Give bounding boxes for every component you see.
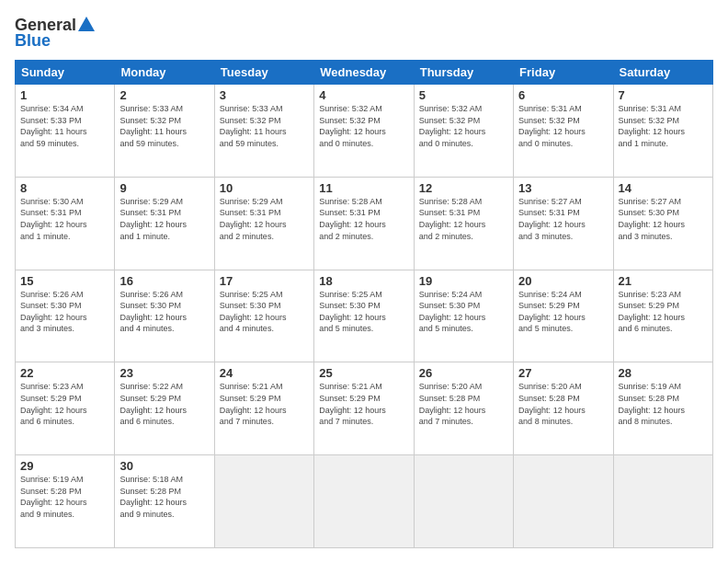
empty-cell <box>414 455 513 548</box>
calendar-week-3: 15Sunrise: 5:26 AMSunset: 5:30 PMDayligh… <box>16 270 713 362</box>
col-header-wednesday: Wednesday <box>314 61 414 85</box>
day-number: 11 <box>319 181 408 195</box>
calendar-day-17: 17Sunrise: 5:25 AMSunset: 5:30 PMDayligh… <box>214 270 313 362</box>
day-info: Sunrise: 5:28 AMSunset: 5:31 PMDaylight:… <box>319 196 408 242</box>
logo: General Blue <box>15 15 97 51</box>
calendar-week-1: 1Sunrise: 5:34 AMSunset: 5:33 PMDaylight… <box>16 85 713 178</box>
empty-cell <box>613 455 712 548</box>
calendar-day-27: 27Sunrise: 5:20 AMSunset: 5:28 PMDayligh… <box>514 362 613 455</box>
calendar-day-4: 4Sunrise: 5:32 AMSunset: 5:32 PMDaylight… <box>314 85 414 178</box>
day-info: Sunrise: 5:29 AMSunset: 5:31 PMDaylight:… <box>119 196 209 242</box>
day-number: 14 <box>619 181 708 195</box>
day-number: 7 <box>619 88 708 102</box>
day-number: 27 <box>518 366 608 380</box>
calendar-week-5: 29Sunrise: 5:19 AMSunset: 5:28 PMDayligh… <box>16 455 713 548</box>
col-header-saturday: Saturday <box>613 61 712 85</box>
day-number: 4 <box>319 88 408 102</box>
calendar-day-19: 19Sunrise: 5:24 AMSunset: 5:30 PMDayligh… <box>414 270 513 362</box>
day-number: 22 <box>20 366 109 380</box>
day-info: Sunrise: 5:32 AMSunset: 5:32 PMDaylight:… <box>419 103 508 149</box>
day-info: Sunrise: 5:23 AMSunset: 5:29 PMDaylight:… <box>20 381 109 427</box>
day-info: Sunrise: 5:26 AMSunset: 5:30 PMDaylight:… <box>20 289 109 335</box>
empty-cell <box>514 455 613 548</box>
calendar-day-11: 11Sunrise: 5:28 AMSunset: 5:31 PMDayligh… <box>314 177 414 270</box>
day-number: 24 <box>220 366 309 380</box>
calendar-day-16: 16Sunrise: 5:26 AMSunset: 5:30 PMDayligh… <box>115 270 214 362</box>
day-info: Sunrise: 5:25 AMSunset: 5:30 PMDaylight:… <box>220 289 309 335</box>
calendar-day-14: 14Sunrise: 5:27 AMSunset: 5:30 PMDayligh… <box>613 177 712 270</box>
calendar-day-18: 18Sunrise: 5:25 AMSunset: 5:30 PMDayligh… <box>314 270 414 362</box>
calendar-day-5: 5Sunrise: 5:32 AMSunset: 5:32 PMDaylight… <box>414 85 513 178</box>
day-number: 3 <box>220 88 309 102</box>
calendar-week-2: 8Sunrise: 5:30 AMSunset: 5:31 PMDaylight… <box>16 177 713 270</box>
empty-cell <box>214 455 313 548</box>
calendar-day-12: 12Sunrise: 5:28 AMSunset: 5:31 PMDayligh… <box>414 177 513 270</box>
day-number: 16 <box>119 274 209 288</box>
day-number: 18 <box>319 274 408 288</box>
col-header-thursday: Thursday <box>414 61 513 85</box>
day-number: 29 <box>20 459 109 473</box>
col-header-sunday: Sunday <box>16 61 115 85</box>
calendar-day-13: 13Sunrise: 5:27 AMSunset: 5:31 PMDayligh… <box>514 177 613 270</box>
day-info: Sunrise: 5:25 AMSunset: 5:30 PMDaylight:… <box>319 289 408 335</box>
calendar-day-20: 20Sunrise: 5:24 AMSunset: 5:29 PMDayligh… <box>514 270 613 362</box>
calendar-day-29: 29Sunrise: 5:19 AMSunset: 5:28 PMDayligh… <box>16 455 115 548</box>
calendar-day-28: 28Sunrise: 5:19 AMSunset: 5:28 PMDayligh… <box>613 362 712 455</box>
calendar-day-21: 21Sunrise: 5:23 AMSunset: 5:29 PMDayligh… <box>613 270 712 362</box>
calendar-day-9: 9Sunrise: 5:29 AMSunset: 5:31 PMDaylight… <box>115 177 214 270</box>
day-info: Sunrise: 5:29 AMSunset: 5:31 PMDaylight:… <box>220 196 309 242</box>
day-number: 28 <box>619 366 708 380</box>
calendar-day-22: 22Sunrise: 5:23 AMSunset: 5:29 PMDayligh… <box>16 362 115 455</box>
calendar-week-4: 22Sunrise: 5:23 AMSunset: 5:29 PMDayligh… <box>16 362 713 455</box>
day-number: 21 <box>619 274 708 288</box>
day-info: Sunrise: 5:33 AMSunset: 5:32 PMDaylight:… <box>220 103 309 149</box>
day-number: 30 <box>119 459 209 473</box>
calendar-day-6: 6Sunrise: 5:31 AMSunset: 5:32 PMDaylight… <box>514 85 613 178</box>
day-number: 25 <box>319 366 408 380</box>
day-info: Sunrise: 5:19 AMSunset: 5:28 PMDaylight:… <box>20 474 109 520</box>
day-info: Sunrise: 5:19 AMSunset: 5:28 PMDaylight:… <box>619 381 708 427</box>
calendar-day-23: 23Sunrise: 5:22 AMSunset: 5:29 PMDayligh… <box>115 362 214 455</box>
day-number: 15 <box>20 274 109 288</box>
day-info: Sunrise: 5:32 AMSunset: 5:32 PMDaylight:… <box>319 103 408 149</box>
day-info: Sunrise: 5:22 AMSunset: 5:29 PMDaylight:… <box>119 381 209 427</box>
day-number: 17 <box>220 274 309 288</box>
svg-marker-0 <box>78 17 95 31</box>
col-header-monday: Monday <box>115 61 214 85</box>
col-header-tuesday: Tuesday <box>214 61 313 85</box>
day-number: 23 <box>119 366 209 380</box>
day-info: Sunrise: 5:34 AMSunset: 5:33 PMDaylight:… <box>20 103 109 149</box>
day-number: 10 <box>220 181 309 195</box>
day-number: 5 <box>419 88 508 102</box>
day-number: 12 <box>419 181 508 195</box>
day-info: Sunrise: 5:33 AMSunset: 5:32 PMDaylight:… <box>119 103 209 149</box>
day-info: Sunrise: 5:24 AMSunset: 5:29 PMDaylight:… <box>518 289 608 335</box>
calendar-day-25: 25Sunrise: 5:21 AMSunset: 5:29 PMDayligh… <box>314 362 414 455</box>
day-info: Sunrise: 5:20 AMSunset: 5:28 PMDaylight:… <box>419 381 508 427</box>
calendar-day-24: 24Sunrise: 5:21 AMSunset: 5:29 PMDayligh… <box>214 362 313 455</box>
day-info: Sunrise: 5:28 AMSunset: 5:31 PMDaylight:… <box>419 196 508 242</box>
day-info: Sunrise: 5:21 AMSunset: 5:29 PMDaylight:… <box>319 381 408 427</box>
day-info: Sunrise: 5:27 AMSunset: 5:31 PMDaylight:… <box>518 196 608 242</box>
day-info: Sunrise: 5:30 AMSunset: 5:31 PMDaylight:… <box>20 196 109 242</box>
col-header-friday: Friday <box>514 61 613 85</box>
calendar-day-15: 15Sunrise: 5:26 AMSunset: 5:30 PMDayligh… <box>16 270 115 362</box>
day-info: Sunrise: 5:26 AMSunset: 5:30 PMDaylight:… <box>119 289 209 335</box>
calendar-day-3: 3Sunrise: 5:33 AMSunset: 5:32 PMDaylight… <box>214 85 313 178</box>
day-info: Sunrise: 5:31 AMSunset: 5:32 PMDaylight:… <box>619 103 708 149</box>
calendar-day-1: 1Sunrise: 5:34 AMSunset: 5:33 PMDaylight… <box>16 85 115 178</box>
calendar-day-10: 10Sunrise: 5:29 AMSunset: 5:31 PMDayligh… <box>214 177 313 270</box>
day-number: 9 <box>119 181 209 195</box>
day-info: Sunrise: 5:27 AMSunset: 5:30 PMDaylight:… <box>619 196 708 242</box>
calendar-day-7: 7Sunrise: 5:31 AMSunset: 5:32 PMDaylight… <box>613 85 712 178</box>
calendar-day-26: 26Sunrise: 5:20 AMSunset: 5:28 PMDayligh… <box>414 362 513 455</box>
day-number: 13 <box>518 181 608 195</box>
day-number: 19 <box>419 274 508 288</box>
empty-cell <box>314 455 414 548</box>
day-info: Sunrise: 5:20 AMSunset: 5:28 PMDaylight:… <box>518 381 608 427</box>
day-info: Sunrise: 5:23 AMSunset: 5:29 PMDaylight:… <box>619 289 708 335</box>
day-number: 20 <box>518 274 608 288</box>
day-number: 26 <box>419 366 508 380</box>
day-info: Sunrise: 5:21 AMSunset: 5:29 PMDaylight:… <box>220 381 309 427</box>
day-number: 6 <box>518 88 608 102</box>
